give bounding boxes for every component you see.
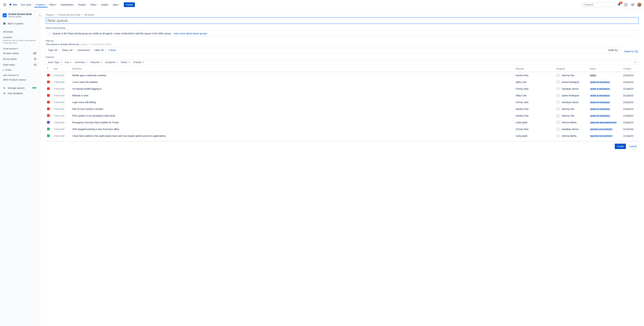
- assignee-avatar: [556, 120, 560, 124]
- breadcrumb-item[interactable]: Central Service Desk: [58, 14, 80, 16]
- col-header-key[interactable]: Key: [52, 66, 71, 72]
- footer-cancel-button[interactable]: Cancel: [627, 144, 638, 149]
- footer-create-button[interactable]: Create: [615, 144, 626, 149]
- jira-logo[interactable]: Jira: [9, 3, 17, 7]
- create-button[interactable]: Create: [124, 2, 135, 7]
- issue-summary[interactable]: Mobile app is randomly crashing.: [71, 72, 514, 79]
- filter-unresolved[interactable]: Unresolved▾: [77, 49, 91, 52]
- nav-item-apps[interactable]: Apps▾: [111, 2, 122, 8]
- table-row[interactable]: ITSM-6794Website is slowAbby ColeDante R…: [46, 92, 638, 99]
- column-chip[interactable]: Status✕: [121, 61, 130, 64]
- remove-column-icon[interactable]: ✕: [142, 61, 144, 63]
- column-chip[interactable]: Reporter✕: [90, 61, 102, 64]
- issue-summary[interactable]: Emergency Security Patch Update for Port…: [71, 119, 514, 126]
- issue-key[interactable]: ITSM-6789: [54, 128, 64, 130]
- give-feedback-link[interactable]: Give feedback: [1, 91, 39, 96]
- table-row[interactable]: ITSM-6788I have been added to the audit …: [46, 132, 638, 139]
- issue-key[interactable]: ITSM-6793: [54, 101, 64, 104]
- assignee-avatar: [556, 87, 560, 91]
- table-row[interactable]: ITSM-6789VPN stopped working in San Fran…: [46, 126, 638, 132]
- table-row[interactable]: ITSM-6793Login issue with BillingChristy…: [46, 99, 638, 106]
- queue-item[interactable]: Open tasks0: [1, 62, 39, 68]
- column-chip[interactable]: Assignee✕: [105, 61, 118, 64]
- switch-to-jql-link[interactable]: Switch to JQL: [624, 50, 638, 53]
- team-info-text: Queues in the Team priority group are vi…: [52, 32, 171, 35]
- issue-summary[interactable]: I can't reach the website.: [71, 79, 514, 85]
- issue-key[interactable]: ITSM-6797: [54, 74, 64, 77]
- app-switcher-icon[interactable]: [2, 2, 8, 8]
- learn-more-link[interactable]: Learn more about queue groups.: [173, 32, 208, 35]
- col-header-created[interactable]: Created: [622, 66, 638, 72]
- help-icon[interactable]: ?: [623, 2, 628, 8]
- remove-column-icon[interactable]: ✕: [70, 61, 72, 63]
- issue-key[interactable]: ITSM-6794: [54, 94, 64, 97]
- issue-key[interactable]: ITSM-6792: [54, 108, 64, 110]
- breadcrumb-item[interactable]: Projects: [46, 14, 54, 16]
- issue-summary[interactable]: Website is slow: [71, 92, 514, 99]
- table-row[interactable]: ITSM-6792Dell 24 inch monitor is brokenK…: [46, 106, 638, 112]
- search-box[interactable]: [582, 2, 615, 7]
- queue-item[interactable]: All open tickets19: [1, 51, 39, 56]
- nav-item-projects[interactable]: Projects▾: [34, 2, 48, 8]
- column-chip[interactable]: Summary✕: [75, 61, 88, 64]
- col-header-type[interactable]: T: [46, 66, 52, 72]
- issue-key[interactable]: ITSM-6788: [54, 135, 64, 137]
- table-row[interactable]: ITSM-6790Emergency Security Patch Update…: [46, 119, 638, 126]
- remove-column-icon[interactable]: ✕: [100, 61, 102, 63]
- remove-column-icon[interactable]: ✕: [60, 61, 62, 63]
- project-title: Central Service Desk: [8, 13, 32, 16]
- aws-queue-item[interactable]: AWS Products Queue: [1, 77, 39, 82]
- other-section-toggle[interactable]: OTHER: [1, 68, 39, 72]
- columns-expand-icon[interactable]: [634, 61, 636, 64]
- col-header-summary[interactable]: Summary: [71, 66, 514, 72]
- nav-item-dashboards[interactable]: Dashboards▾: [59, 2, 76, 8]
- remove-column-icon[interactable]: ✕: [128, 61, 130, 63]
- nav-item-insight[interactable]: Insight▾: [100, 2, 111, 8]
- filter-type[interactable]: Type: All▾: [48, 49, 59, 52]
- remove-column-icon[interactable]: ✕: [86, 61, 87, 63]
- breadcrumb-item[interactable]: All tickets: [84, 14, 94, 16]
- queue-item[interactable]: All my tickets5: [1, 56, 39, 62]
- back-to-project-link[interactable]: Back to project: [1, 21, 39, 26]
- all-tickets-link[interactable]: All tickets: [1, 29, 39, 35]
- column-chip[interactable]: Created✕: [133, 61, 144, 64]
- issue-key[interactable]: ITSM-6796: [54, 81, 64, 83]
- assignee-avatar: [556, 73, 560, 77]
- issue-summary[interactable]: VPN stopped working in San Francisco off…: [71, 126, 514, 132]
- order-by-dropdown[interactable]: Order by▾: [608, 49, 619, 52]
- issue-summary[interactable]: I have been added to the audit project t…: [71, 132, 514, 139]
- queue-name-input[interactable]: [46, 17, 638, 24]
- column-chip[interactable]: Issue Type✕: [48, 61, 62, 64]
- col-header-assignee[interactable]: Assignee: [555, 66, 588, 72]
- issue-key[interactable]: ITSM-6795: [54, 88, 64, 90]
- table-row[interactable]: ITSM-6791POS system is not accepting cre…: [46, 112, 638, 119]
- manage-queues-link[interactable]: Manage queues NEW: [1, 85, 39, 91]
- filter-more[interactable]: +More: [108, 49, 116, 52]
- issue-summary[interactable]: POS system is not accepting credit cards: [71, 112, 514, 119]
- collapse-sidebar-button[interactable]: [38, 14, 42, 18]
- issue-summary[interactable]: I'm having trouble logging in.: [71, 85, 514, 92]
- filter-prefix-text: This queue is already filtered by:: [46, 43, 80, 46]
- table-row[interactable]: ITSM-6796I can't reach the website.Abby …: [46, 79, 638, 85]
- nav-item-plans[interactable]: Plans▾: [88, 2, 99, 8]
- issue-summary[interactable]: Login issue with Billing: [71, 99, 514, 106]
- issue-summary[interactable]: Dell 24 inch monitor is broken: [71, 106, 514, 112]
- col-header-reporter[interactable]: Reporter: [514, 66, 555, 72]
- filter-label[interactable]: Label: All▾: [94, 49, 106, 52]
- search-input[interactable]: [586, 3, 614, 6]
- team-priority-checkbox[interactable]: [48, 32, 50, 35]
- table-row[interactable]: ITSM-6797Mobile app is randomly crashing…: [46, 72, 638, 79]
- col-header-status[interactable]: Status: [588, 66, 622, 72]
- profile-avatar[interactable]: [636, 2, 642, 8]
- column-chip[interactable]: Key✕: [65, 61, 72, 64]
- remove-column-icon[interactable]: ✕: [116, 61, 118, 63]
- filter-status[interactable]: Status: All▾: [62, 49, 74, 52]
- table-row[interactable]: ITSM-6795I'm having trouble logging in.C…: [46, 85, 638, 92]
- nav-item-filters[interactable]: Filters▾: [48, 2, 59, 8]
- issue-key[interactable]: ITSM-6790: [54, 121, 64, 124]
- settings-icon[interactable]: [630, 2, 635, 8]
- issue-key[interactable]: ITSM-6791: [54, 115, 64, 117]
- nav-item-people[interactable]: People▾: [76, 2, 89, 8]
- nav-item-your-work[interactable]: Your work▾: [19, 2, 34, 8]
- notifications-icon[interactable]: 9+: [616, 2, 622, 8]
